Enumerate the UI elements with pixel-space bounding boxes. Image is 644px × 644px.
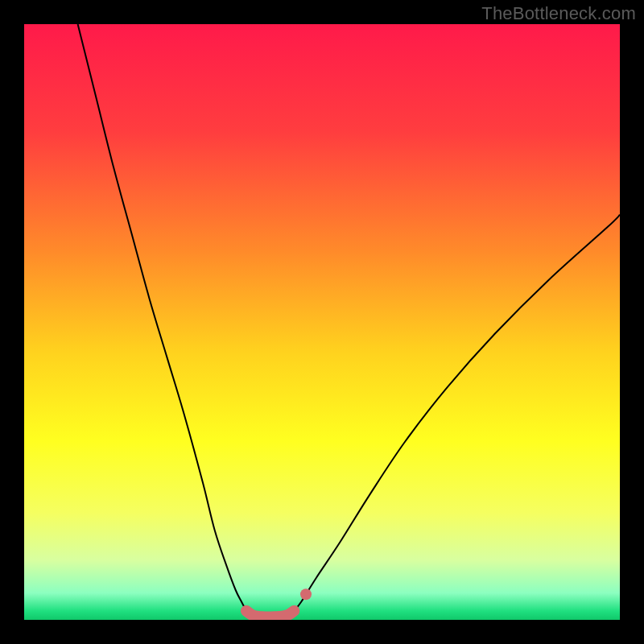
plot-area <box>24 24 620 620</box>
bottleneck-curve-left <box>78 24 246 611</box>
chart-frame: TheBottleneck.com <box>0 0 644 644</box>
watermark-label: TheBottleneck.com <box>481 3 636 24</box>
bottleneck-curve-right <box>294 215 620 611</box>
curve-layer <box>24 24 620 620</box>
valley-dot-right <box>300 588 312 600</box>
valley-floor <box>246 611 294 617</box>
